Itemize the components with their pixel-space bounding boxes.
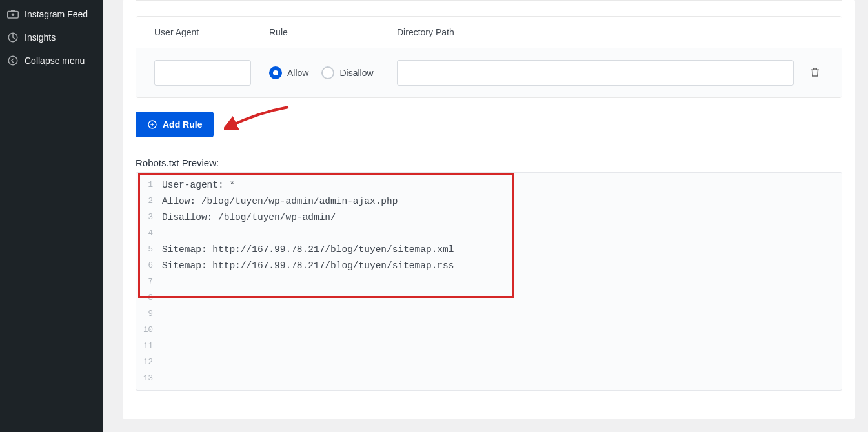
add-rule-row: Add Rule: [136, 111, 842, 138]
disallow-label: Disallow: [339, 68, 373, 78]
code-text[interactable]: User-agent: *: [162, 180, 842, 190]
code-line: 3Disallow: /blog/tuyen/wp-admin/: [136, 209, 842, 225]
svg-rect-2: [11, 10, 15, 12]
line-number: 10: [136, 326, 162, 335]
code-text[interactable]: Allow: /blog/tuyen/wp-admin/admin-ajax.p…: [162, 196, 842, 206]
line-number: 6: [136, 261, 162, 270]
camera-icon: [6, 8, 19, 21]
content-area: User Agent Rule Directory Path Allow: [103, 0, 868, 432]
line-number: 9: [136, 309, 162, 319]
line-number: 8: [136, 293, 162, 302]
code-text[interactable]: Disallow: /blog/tuyen/wp-admin/: [162, 212, 842, 222]
robots-preview-label: Robots.txt Preview:: [136, 157, 842, 168]
code-line: 6Sitemap: http://167.99.78.217/blog/tuye…: [136, 257, 842, 273]
allow-radio-wrap[interactable]: Allow: [269, 66, 308, 79]
line-number: 1: [136, 181, 162, 190]
directory-path-input[interactable]: [397, 60, 794, 86]
line-number: 11: [136, 342, 162, 351]
header-user-agent: User Agent: [154, 27, 269, 37]
code-line: 11: [136, 338, 842, 354]
allow-label: Allow: [287, 68, 308, 78]
line-number: 5: [136, 245, 162, 254]
rule-table: User Agent Rule Directory Path Allow: [136, 16, 842, 98]
sidebar-item-label: Instagram Feed: [25, 9, 97, 19]
sidebar-item-insights[interactable]: Insights: [0, 26, 103, 49]
add-rule-label: Add Rule: [163, 119, 202, 130]
code-line: 5Sitemap: http://167.99.78.217/blog/tuye…: [136, 241, 842, 257]
rule-table-header: User Agent Rule Directory Path: [136, 17, 842, 48]
sidebar-item-label: Insights: [25, 32, 97, 43]
code-text[interactable]: Sitemap: http://167.99.78.217/blog/tuyen…: [162, 260, 842, 271]
code-line: 8: [136, 290, 842, 306]
code-line: 13: [136, 370, 842, 386]
code-line: 4: [136, 225, 842, 241]
code-text[interactable]: Sitemap: http://167.99.78.217/blog/tuyen…: [162, 244, 842, 255]
code-line: 1User-agent: *: [136, 177, 842, 193]
line-number: 12: [136, 358, 162, 367]
annotation-arrow-icon: [224, 106, 295, 133]
radio-disallow[interactable]: [321, 66, 334, 79]
add-rule-button[interactable]: Add Rule: [136, 112, 214, 137]
chart-icon: [6, 31, 19, 44]
admin-sidebar: Instagram Feed Insights Collapse menu: [0, 0, 103, 432]
header-rule: Rule: [269, 27, 397, 37]
line-number: 2: [136, 197, 162, 206]
sidebar-item-label: Collapse menu: [25, 55, 97, 66]
user-agent-input[interactable]: [154, 60, 251, 86]
rule-table-row: Allow Disallow: [136, 48, 842, 97]
line-number: 3: [136, 213, 162, 222]
sidebar-item-collapse-menu[interactable]: Collapse menu: [0, 49, 103, 72]
svg-point-4: [8, 56, 17, 65]
line-number: 13: [136, 374, 162, 383]
code-line: 12: [136, 354, 842, 370]
plus-circle-icon: [147, 119, 157, 130]
code-line: 10: [136, 322, 842, 338]
line-number: 4: [136, 229, 162, 238]
radio-allow[interactable]: [269, 66, 282, 79]
trash-icon[interactable]: [809, 66, 821, 81]
code-line: 9: [136, 306, 842, 322]
sidebar-item-instagram-feed[interactable]: Instagram Feed: [0, 3, 103, 26]
code-line: 7: [136, 273, 842, 290]
robots-preview-box: 1User-agent: *2Allow: /blog/tuyen/wp-adm…: [136, 172, 842, 391]
code-line: 2Allow: /blog/tuyen/wp-admin/admin-ajax.…: [136, 193, 842, 209]
header-directory-path: Directory Path: [397, 27, 823, 37]
main-panel: User Agent Rule Directory Path Allow: [123, 0, 855, 419]
chevron-left-circle-icon: [6, 54, 19, 67]
line-number: 7: [136, 277, 162, 286]
disallow-radio-wrap[interactable]: Disallow: [321, 66, 373, 79]
svg-point-1: [12, 14, 15, 17]
divider: [136, 0, 842, 1]
